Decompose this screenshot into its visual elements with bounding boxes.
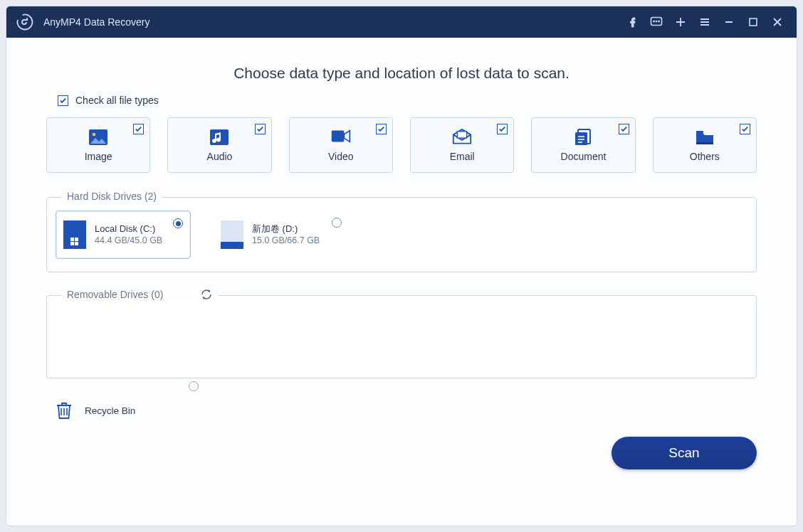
type-label: Others — [690, 151, 720, 162]
recycle-bin-label: Recycle Bin — [85, 405, 135, 416]
check-all-label: Check all file types — [75, 95, 159, 106]
type-label: Image — [85, 151, 112, 162]
audio-icon — [209, 128, 230, 147]
type-label: Audio — [207, 151, 233, 162]
drive-name: Local Disk (C:) — [95, 223, 162, 235]
document-icon — [572, 128, 594, 147]
type-card-image[interactable]: Image — [46, 117, 150, 173]
drive-d[interactable]: 新加卷 (D:) 15.0 GB/66.7 GB — [214, 211, 349, 259]
app-title: AnyMP4 Data Recovery — [43, 16, 149, 28]
content-area: Choose data type and location of lost da… — [6, 38, 797, 526]
drive-local-disk-c[interactable]: Local Disk (C:) 44.4 GB/45.0 GB — [56, 211, 191, 259]
maximize-icon[interactable] — [741, 6, 765, 38]
app-window: AnyMP4 Data Recovery Choose data type an… — [6, 6, 797, 526]
type-label: Video — [328, 151, 354, 162]
type-checkbox-document[interactable] — [619, 124, 629, 134]
partial-drive-icon — [221, 220, 243, 249]
recycle-bin-radio[interactable] — [189, 381, 199, 391]
type-card-audio[interactable]: Audio — [167, 117, 271, 173]
facebook-icon[interactable] — [620, 6, 644, 38]
recycle-bin-icon — [56, 401, 72, 420]
removable-drives-legend: Removable Drives (0) — [61, 289, 219, 300]
type-checkbox-audio[interactable] — [255, 124, 266, 134]
svg-rect-14 — [696, 142, 713, 144]
hard-disk-drives-group: Hard Disk Drives (2) Local Disk (C:) 44.… — [46, 197, 757, 272]
drive-radio[interactable] — [173, 218, 183, 228]
removable-drives-group: Removable Drives (0) — [46, 295, 757, 378]
type-card-email[interactable]: Email — [410, 117, 514, 173]
recycle-bin-option[interactable]: Recycle Bin — [56, 401, 191, 420]
scan-button[interactable]: Scan — [612, 437, 757, 469]
type-card-others[interactable]: Others — [653, 117, 757, 173]
removable-legend-label: Removable Drives (0) — [67, 289, 163, 300]
page-headline: Choose data type and location of lost da… — [46, 65, 757, 82]
svg-rect-16 — [70, 238, 74, 241]
svg-rect-21 — [221, 242, 243, 249]
type-card-video[interactable]: Video — [289, 117, 393, 173]
video-icon — [330, 128, 352, 147]
svg-rect-9 — [332, 131, 345, 142]
close-icon[interactable] — [765, 6, 789, 38]
svg-rect-5 — [750, 18, 757, 26]
svg-rect-10 — [458, 132, 467, 138]
svg-point-3 — [656, 21, 657, 22]
drive-radio[interactable] — [332, 218, 342, 228]
svg-rect-12 — [575, 132, 587, 145]
type-checkbox-others[interactable] — [740, 124, 750, 134]
type-checkbox-email[interactable] — [497, 124, 508, 134]
type-checkbox-video[interactable] — [376, 124, 387, 134]
svg-point-0 — [16, 14, 33, 31]
image-icon — [88, 128, 109, 147]
type-card-document[interactable]: Document — [531, 117, 635, 173]
file-type-row: Image Audio Video — [46, 117, 757, 173]
svg-rect-19 — [75, 242, 78, 245]
check-all-checkbox[interactable] — [58, 95, 68, 106]
hard-disk-drives-legend: Hard Disk Drives (2) — [61, 191, 162, 202]
type-label: Email — [450, 151, 475, 162]
feedback-icon[interactable] — [644, 6, 668, 38]
drive-size: 15.0 GB/66.7 GB — [252, 235, 320, 247]
others-icon — [694, 128, 715, 147]
type-checkbox-image[interactable] — [133, 124, 144, 134]
svg-rect-13 — [696, 131, 703, 134]
register-icon[interactable] — [668, 6, 693, 38]
svg-rect-18 — [70, 242, 74, 245]
drive-size: 44.4 GB/45.0 GB — [95, 235, 162, 247]
svg-point-7 — [93, 133, 96, 137]
scan-bar: Scan — [46, 437, 757, 469]
minimize-icon[interactable] — [717, 6, 741, 38]
windows-drive-icon — [63, 220, 86, 249]
drive-name: 新加卷 (D:) — [252, 223, 320, 235]
svg-point-4 — [658, 21, 660, 22]
titlebar: AnyMP4 Data Recovery — [6, 6, 797, 38]
svg-rect-17 — [75, 238, 78, 241]
svg-point-2 — [654, 21, 655, 22]
email-icon — [451, 128, 473, 147]
hdd-legend-label: Hard Disk Drives (2) — [67, 191, 157, 202]
check-all-file-types[interactable]: Check all file types — [58, 95, 757, 106]
menu-icon[interactable] — [693, 6, 717, 38]
app-logo-icon — [16, 14, 33, 31]
type-label: Document — [561, 151, 607, 162]
refresh-icon[interactable] — [200, 289, 213, 300]
